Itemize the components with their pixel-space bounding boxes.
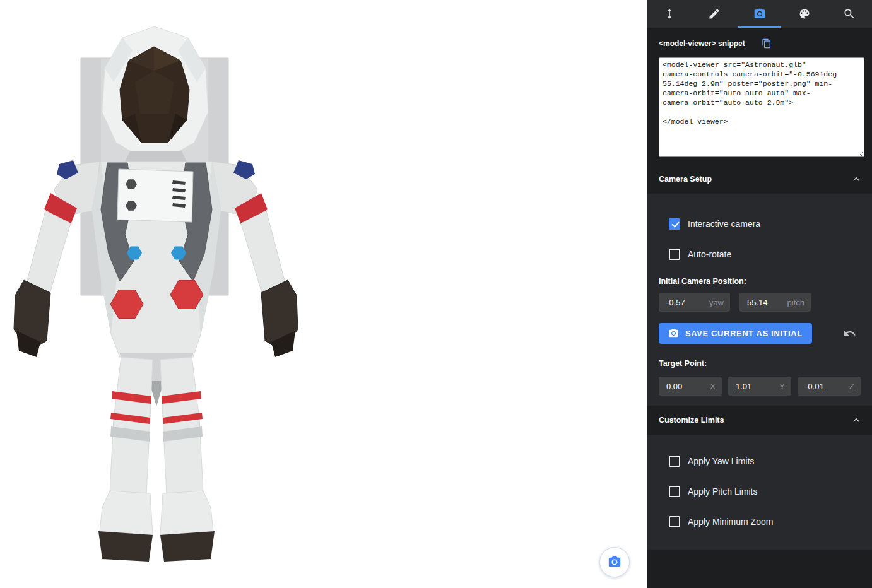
camera-icon bbox=[668, 328, 679, 339]
pitch-input[interactable] bbox=[739, 293, 811, 312]
apply-yaw-limits-row: Apply Yaw Limits bbox=[659, 446, 860, 476]
camera-setup-body: Interactive camera Auto-rotate Initial C… bbox=[647, 194, 872, 406]
save-initial-row: SAVE CURRENT AS INITIAL bbox=[659, 323, 860, 344]
height-icon bbox=[663, 8, 676, 20]
target-z-field: Z bbox=[798, 377, 861, 396]
apply-minimum-zoom-row: Apply Minimum Zoom bbox=[659, 507, 860, 537]
apply-pitch-limits-row: Apply Pitch Limits bbox=[659, 476, 860, 507]
astronaut-model bbox=[0, 0, 315, 588]
apply-yaw-limits-checkbox[interactable] bbox=[669, 456, 680, 467]
search-icon bbox=[843, 8, 856, 20]
editor-panel: <model-viewer> snippet <model-viewer src… bbox=[647, 0, 872, 588]
camera-icon bbox=[753, 8, 766, 20]
tab-inspector[interactable] bbox=[827, 0, 872, 28]
tab-dimensions[interactable] bbox=[647, 0, 692, 28]
target-x-input[interactable] bbox=[659, 377, 722, 396]
save-current-as-initial-button[interactable]: SAVE CURRENT AS INITIAL bbox=[659, 323, 812, 344]
save-current-as-initial-label: SAVE CURRENT AS INITIAL bbox=[685, 329, 803, 338]
snippet-title: <model-viewer> snippet bbox=[659, 39, 745, 48]
apply-minimum-zoom-checkbox[interactable] bbox=[669, 516, 680, 527]
snippet-section: <model-viewer> snippet <model-viewer src… bbox=[647, 28, 872, 157]
tab-edit[interactable] bbox=[692, 0, 736, 28]
customize-limits-title: Customize Limits bbox=[659, 416, 724, 425]
palette-icon bbox=[798, 8, 811, 20]
customize-limits-body: Apply Yaw Limits Apply Pitch Limits Appl… bbox=[647, 435, 872, 550]
camera-icon bbox=[608, 555, 622, 569]
chevron-up-icon bbox=[850, 173, 863, 185]
pencil-icon bbox=[708, 8, 721, 20]
model-viewer-editor: <model-viewer> snippet <model-viewer src… bbox=[0, 0, 872, 588]
target-y-input[interactable] bbox=[728, 377, 791, 396]
target-point-fields: X Y Z bbox=[659, 377, 860, 396]
apply-yaw-limits-label: Apply Yaw Limits bbox=[688, 456, 754, 466]
initial-camera-position-fields: yaw pitch bbox=[659, 293, 860, 312]
target-x-field: X bbox=[659, 377, 722, 396]
auto-rotate-row: Auto-rotate bbox=[659, 239, 860, 269]
interactive-camera-label: Interactive camera bbox=[688, 219, 760, 229]
interactive-camera-checkbox[interactable] bbox=[669, 218, 680, 230]
tab-materials[interactable] bbox=[782, 0, 827, 28]
model-viewport[interactable] bbox=[0, 0, 647, 588]
customize-limits-header: Customize Limits bbox=[647, 406, 872, 435]
collapse-customize-limits-button[interactable] bbox=[850, 414, 863, 426]
yaw-input[interactable] bbox=[659, 293, 730, 312]
target-z-input[interactable] bbox=[798, 377, 861, 396]
interactive-camera-row: Interactive camera bbox=[659, 209, 860, 239]
panel-toolbar bbox=[647, 0, 872, 28]
target-point-label: Target Point: bbox=[659, 359, 860, 368]
copy-snippet-button[interactable] bbox=[762, 38, 772, 49]
apply-pitch-limits-checkbox[interactable] bbox=[669, 486, 680, 497]
chevron-up-icon bbox=[850, 414, 863, 426]
camera-setup-header: Camera Setup bbox=[647, 165, 872, 194]
copy-icon bbox=[762, 38, 772, 49]
undo-icon bbox=[843, 327, 856, 340]
revert-camera-button[interactable] bbox=[843, 327, 856, 340]
apply-pitch-limits-label: Apply Pitch Limits bbox=[688, 486, 757, 497]
auto-rotate-checkbox[interactable] bbox=[669, 249, 680, 260]
pitch-field: pitch bbox=[739, 293, 811, 312]
target-y-field: Y bbox=[728, 377, 791, 396]
apply-minimum-zoom-label: Apply Minimum Zoom bbox=[688, 517, 773, 527]
initial-camera-position-label: Initial Camera Position: bbox=[659, 277, 860, 286]
auto-rotate-label: Auto-rotate bbox=[688, 249, 731, 259]
tab-camera[interactable] bbox=[737, 0, 782, 28]
camera-setup-title: Camera Setup bbox=[659, 175, 712, 184]
collapse-camera-setup-button[interactable] bbox=[850, 173, 863, 185]
capture-pose-button[interactable] bbox=[599, 547, 630, 577]
yaw-field: yaw bbox=[659, 293, 730, 312]
snippet-code-textarea[interactable]: <model-viewer src="Astronaut.glb" camera… bbox=[659, 57, 864, 157]
